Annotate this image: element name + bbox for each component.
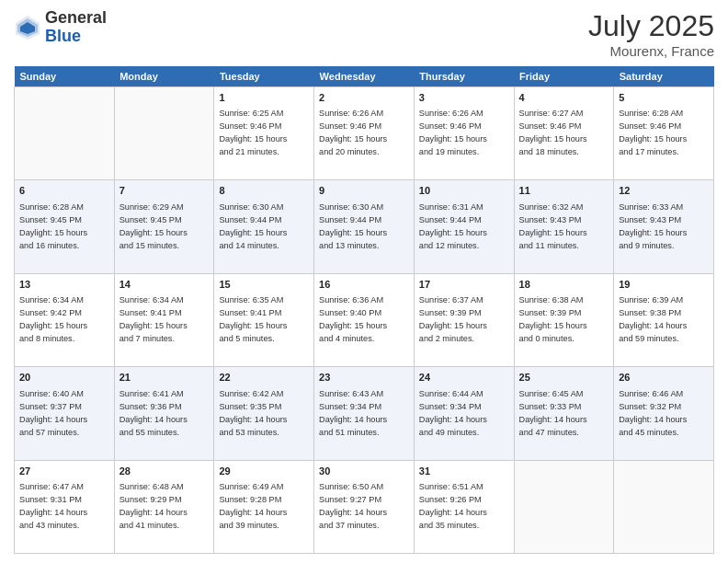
day-number: 15 [219, 278, 309, 292]
location: Mourenx, France [588, 43, 714, 59]
day-number: 26 [619, 371, 709, 385]
col-wednesday: Wednesday [314, 66, 415, 87]
calendar-week-row: 13Sunrise: 6:34 AM Sunset: 9:42 PM Dayli… [15, 273, 714, 366]
calendar-table: Sunday Monday Tuesday Wednesday Thursday… [14, 66, 714, 554]
col-thursday: Thursday [414, 66, 514, 87]
day-info: Sunrise: 6:30 AM Sunset: 9:44 PM Dayligh… [319, 202, 387, 250]
day-number: 10 [419, 184, 509, 198]
day-info: Sunrise: 6:44 AM Sunset: 9:34 PM Dayligh… [419, 389, 487, 437]
table-row: 20Sunrise: 6:40 AM Sunset: 9:37 PM Dayli… [15, 367, 115, 460]
table-row: 18Sunrise: 6:38 AM Sunset: 9:39 PM Dayli… [514, 273, 614, 366]
table-row: 16Sunrise: 6:36 AM Sunset: 9:40 PM Dayli… [314, 273, 415, 366]
col-monday: Monday [114, 66, 214, 87]
table-row: 3Sunrise: 6:26 AM Sunset: 9:46 PM Daylig… [414, 87, 514, 180]
table-row: 11Sunrise: 6:32 AM Sunset: 9:43 PM Dayli… [514, 180, 614, 273]
day-info: Sunrise: 6:40 AM Sunset: 9:37 PM Dayligh… [19, 389, 87, 437]
table-row: 28Sunrise: 6:48 AM Sunset: 9:29 PM Dayli… [114, 460, 214, 553]
page: General Blue July 2025 Mourenx, France S… [0, 0, 728, 563]
logo: General Blue [14, 9, 107, 46]
day-info: Sunrise: 6:49 AM Sunset: 9:28 PM Dayligh… [219, 482, 287, 530]
logo-icon [14, 14, 41, 41]
table-row: 10Sunrise: 6:31 AM Sunset: 9:44 PM Dayli… [414, 180, 514, 273]
table-row: 21Sunrise: 6:41 AM Sunset: 9:36 PM Dayli… [114, 367, 214, 460]
day-info: Sunrise: 6:28 AM Sunset: 9:46 PM Dayligh… [619, 109, 687, 156]
table-row: 22Sunrise: 6:42 AM Sunset: 9:35 PM Dayli… [214, 367, 314, 460]
table-row: 31Sunrise: 6:51 AM Sunset: 9:26 PM Dayli… [414, 460, 514, 553]
day-number: 6 [19, 184, 109, 198]
day-info: Sunrise: 6:26 AM Sunset: 9:46 PM Dayligh… [319, 109, 387, 156]
day-info: Sunrise: 6:39 AM Sunset: 9:38 PM Dayligh… [619, 295, 687, 343]
col-saturday: Saturday [614, 66, 714, 87]
table-row: 29Sunrise: 6:49 AM Sunset: 9:28 PM Dayli… [214, 460, 314, 553]
day-number: 3 [419, 91, 509, 105]
table-row: 13Sunrise: 6:34 AM Sunset: 9:42 PM Dayli… [15, 273, 115, 366]
day-info: Sunrise: 6:34 AM Sunset: 9:41 PM Dayligh… [119, 295, 188, 343]
day-info: Sunrise: 6:45 AM Sunset: 9:33 PM Dayligh… [519, 389, 587, 437]
col-sunday: Sunday [15, 66, 115, 87]
col-friday: Friday [514, 66, 614, 87]
day-number: 31 [419, 465, 509, 478]
day-info: Sunrise: 6:46 AM Sunset: 9:32 PM Dayligh… [619, 389, 687, 437]
day-number: 7 [119, 184, 210, 198]
day-info: Sunrise: 6:29 AM Sunset: 9:45 PM Dayligh… [119, 202, 188, 250]
table-row: 9Sunrise: 6:30 AM Sunset: 9:44 PM Daylig… [314, 180, 415, 273]
day-number: 5 [619, 91, 709, 105]
day-info: Sunrise: 6:42 AM Sunset: 9:35 PM Dayligh… [219, 389, 287, 437]
table-row: 6Sunrise: 6:28 AM Sunset: 9:45 PM Daylig… [15, 180, 115, 273]
day-info: Sunrise: 6:34 AM Sunset: 9:42 PM Dayligh… [19, 295, 87, 343]
table-row: 12Sunrise: 6:33 AM Sunset: 9:43 PM Dayli… [614, 180, 714, 273]
table-row: 19Sunrise: 6:39 AM Sunset: 9:38 PM Dayli… [614, 273, 714, 366]
calendar-week-row: 1Sunrise: 6:25 AM Sunset: 9:46 PM Daylig… [15, 87, 714, 180]
table-row: 26Sunrise: 6:46 AM Sunset: 9:32 PM Dayli… [614, 367, 714, 460]
col-tuesday: Tuesday [214, 66, 314, 87]
day-number: 22 [219, 371, 309, 385]
month-title: July 2025 [588, 9, 714, 43]
day-number: 19 [619, 278, 709, 292]
day-info: Sunrise: 6:43 AM Sunset: 9:34 PM Dayligh… [319, 389, 387, 437]
table-row [614, 460, 714, 553]
day-info: Sunrise: 6:25 AM Sunset: 9:46 PM Dayligh… [219, 109, 287, 156]
table-row [15, 87, 115, 180]
day-info: Sunrise: 6:31 AM Sunset: 9:44 PM Dayligh… [419, 202, 487, 250]
day-info: Sunrise: 6:30 AM Sunset: 9:44 PM Dayligh… [219, 202, 287, 250]
day-number: 14 [119, 278, 210, 292]
day-number: 25 [519, 371, 609, 385]
day-number: 18 [519, 278, 609, 292]
logo-blue: Blue [45, 28, 107, 46]
table-row [114, 87, 214, 180]
day-number: 23 [319, 371, 409, 385]
calendar-week-row: 6Sunrise: 6:28 AM Sunset: 9:45 PM Daylig… [15, 180, 714, 273]
day-number: 9 [319, 184, 409, 198]
day-number: 8 [219, 184, 309, 198]
day-info: Sunrise: 6:27 AM Sunset: 9:46 PM Dayligh… [519, 109, 587, 156]
day-info: Sunrise: 6:48 AM Sunset: 9:29 PM Dayligh… [119, 482, 188, 530]
day-number: 2 [319, 91, 409, 105]
day-info: Sunrise: 6:26 AM Sunset: 9:46 PM Dayligh… [419, 109, 487, 156]
day-number: 27 [19, 465, 109, 478]
logo-general: General [45, 9, 107, 28]
day-info: Sunrise: 6:28 AM Sunset: 9:45 PM Dayligh… [19, 202, 87, 250]
day-info: Sunrise: 6:33 AM Sunset: 9:43 PM Dayligh… [619, 202, 687, 250]
day-number: 13 [19, 278, 109, 292]
day-number: 20 [19, 371, 109, 385]
day-info: Sunrise: 6:37 AM Sunset: 9:39 PM Dayligh… [419, 295, 487, 343]
table-row: 23Sunrise: 6:43 AM Sunset: 9:34 PM Dayli… [314, 367, 415, 460]
day-info: Sunrise: 6:51 AM Sunset: 9:26 PM Dayligh… [419, 482, 487, 530]
table-row: 7Sunrise: 6:29 AM Sunset: 9:45 PM Daylig… [114, 180, 214, 273]
day-info: Sunrise: 6:35 AM Sunset: 9:41 PM Dayligh… [219, 295, 287, 343]
day-number: 24 [419, 371, 509, 385]
day-number: 17 [419, 278, 509, 292]
logo-text: General Blue [45, 9, 107, 46]
table-row: 2Sunrise: 6:26 AM Sunset: 9:46 PM Daylig… [314, 87, 415, 180]
table-row: 15Sunrise: 6:35 AM Sunset: 9:41 PM Dayli… [214, 273, 314, 366]
day-number: 28 [119, 465, 210, 478]
day-number: 11 [519, 184, 609, 198]
day-info: Sunrise: 6:47 AM Sunset: 9:31 PM Dayligh… [19, 482, 87, 530]
day-info: Sunrise: 6:50 AM Sunset: 9:27 PM Dayligh… [319, 482, 387, 530]
table-row: 4Sunrise: 6:27 AM Sunset: 9:46 PM Daylig… [514, 87, 614, 180]
day-number: 16 [319, 278, 409, 292]
day-info: Sunrise: 6:41 AM Sunset: 9:36 PM Dayligh… [119, 389, 188, 437]
table-row [514, 460, 614, 553]
day-number: 4 [519, 91, 609, 105]
day-info: Sunrise: 6:32 AM Sunset: 9:43 PM Dayligh… [519, 202, 587, 250]
